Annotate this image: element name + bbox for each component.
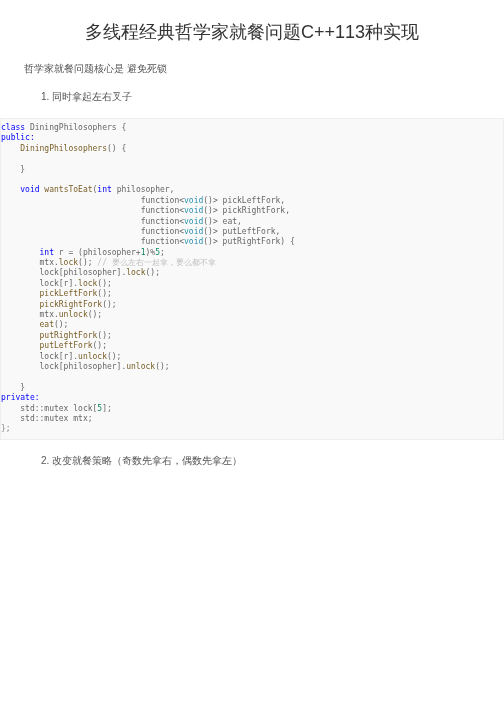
list-item: 同时拿起左右叉子 <box>52 90 480 104</box>
list-item: 改变就餐策略（奇数先拿右，偶数先拿左） <box>52 454 480 468</box>
page-title: 多线程经典哲学家就餐问题C++113种实现 <box>24 20 480 44</box>
subtitle-text: 哲学家就餐问题核心是 避免死锁 <box>24 62 480 76</box>
document-container: 多线程经典哲学家就餐问题C++113种实现 哲学家就餐问题核心是 避免死锁 同时… <box>0 0 504 502</box>
method-list: 同时拿起左右叉子 <box>24 90 480 104</box>
code-content: class DiningPhilosophers { public: Dinin… <box>1 123 503 435</box>
method-list-2: 改变就餐策略（奇数先拿右，偶数先拿左） <box>24 454 480 468</box>
code-block: class DiningPhilosophers { public: Dinin… <box>0 118 504 440</box>
